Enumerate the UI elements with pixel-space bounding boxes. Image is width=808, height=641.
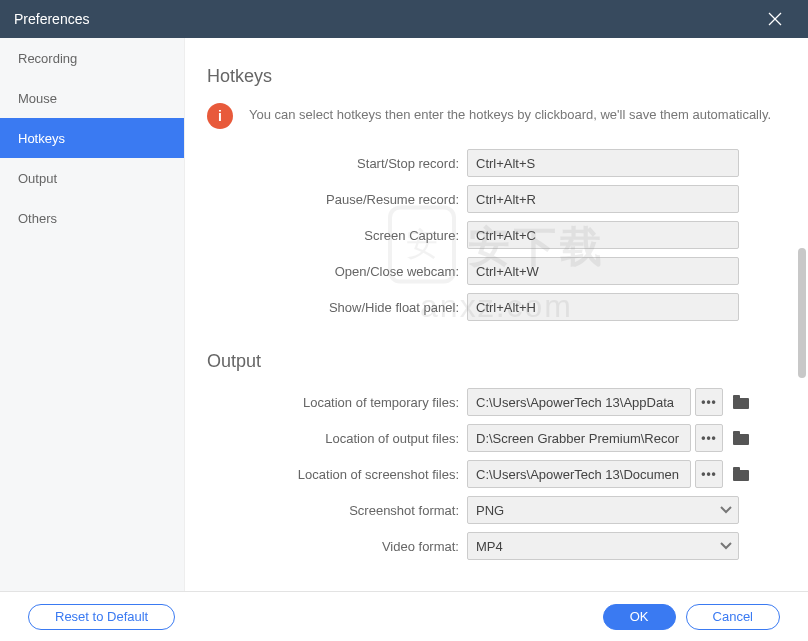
output-label: Video format: <box>207 539 467 554</box>
output-label: Location of output files: <box>207 431 467 446</box>
close-icon <box>767 11 783 27</box>
reset-to-default-button[interactable]: Reset to Default <box>28 604 175 630</box>
ok-button[interactable]: OK <box>603 604 676 630</box>
hotkey-input-webcam[interactable] <box>467 257 739 285</box>
hotkey-label: Open/Close webcam: <box>207 264 467 279</box>
folder-icon <box>733 467 749 481</box>
hotkey-input-float-panel[interactable] <box>467 293 739 321</box>
close-button[interactable] <box>756 0 794 38</box>
svg-rect-6 <box>733 470 749 481</box>
output-row-screenshot-files: Location of screenshot files: ••• <box>207 460 796 488</box>
sidebar-item-hotkeys[interactable]: Hotkeys <box>0 118 184 158</box>
sidebar-item-recording[interactable]: Recording <box>0 38 184 78</box>
output-row-temp-files: Location of temporary files: ••• <box>207 388 796 416</box>
open-folder-button-screenshot[interactable] <box>727 460 755 488</box>
svg-rect-2 <box>733 398 749 409</box>
sidebar-item-mouse[interactable]: Mouse <box>0 78 184 118</box>
svg-rect-5 <box>733 431 740 435</box>
browse-button-screenshot[interactable]: ••• <box>695 460 723 488</box>
hotkey-row-pause-resume: Pause/Resume record: <box>207 185 796 213</box>
info-row: i You can select hotkeys then enter the … <box>207 103 796 129</box>
window-title: Preferences <box>14 11 756 27</box>
select-display <box>467 496 739 524</box>
hotkey-label: Pause/Resume record: <box>207 192 467 207</box>
svg-rect-3 <box>733 395 740 399</box>
open-folder-button-temp[interactable] <box>727 388 755 416</box>
hotkeys-section-title: Hotkeys <box>207 66 796 87</box>
sidebar-item-output[interactable]: Output <box>0 158 184 198</box>
hotkey-row-float-panel: Show/Hide float panel: <box>207 293 796 321</box>
info-icon: i <box>207 103 233 129</box>
hotkey-input-start-stop[interactable] <box>467 149 739 177</box>
sidebar-item-others[interactable]: Others <box>0 198 184 238</box>
output-row-screenshot-format: Screenshot format: <box>207 496 796 524</box>
hotkey-label: Screen Capture: <box>207 228 467 243</box>
ellipsis-icon: ••• <box>701 472 717 476</box>
output-row-output-files: Location of output files: ••• <box>207 424 796 452</box>
path-input-screenshot[interactable] <box>467 460 691 488</box>
video-format-select[interactable] <box>467 532 739 560</box>
hotkey-row-webcam: Open/Close webcam: <box>207 257 796 285</box>
footer: Reset to Default OK Cancel <box>0 591 808 641</box>
ellipsis-icon: ••• <box>701 400 717 404</box>
hotkey-input-screen-capture[interactable] <box>467 221 739 249</box>
output-section-title: Output <box>207 351 796 372</box>
hotkey-row-start-stop: Start/Stop record: <box>207 149 796 177</box>
svg-rect-4 <box>733 434 749 445</box>
folder-icon <box>733 395 749 409</box>
cancel-button[interactable]: Cancel <box>686 604 780 630</box>
sidebar: Recording Mouse Hotkeys Output Others <box>0 38 185 591</box>
sidebar-item-label: Output <box>18 171 57 186</box>
select-display <box>467 532 739 560</box>
sidebar-item-label: Mouse <box>18 91 57 106</box>
screenshot-format-select[interactable] <box>467 496 739 524</box>
output-label: Location of temporary files: <box>207 395 467 410</box>
scrollbar-thumb[interactable] <box>798 248 806 378</box>
sidebar-item-label: Hotkeys <box>18 131 65 146</box>
hotkey-row-screen-capture: Screen Capture: <box>207 221 796 249</box>
hotkey-label: Start/Stop record: <box>207 156 467 171</box>
sidebar-item-label: Recording <box>18 51 77 66</box>
sidebar-item-label: Others <box>18 211 57 226</box>
path-input-output[interactable] <box>467 424 691 452</box>
content-area: 安 安下载 anxz.com Hotkeys i You can select … <box>185 38 808 591</box>
hotkey-label: Show/Hide float panel: <box>207 300 467 315</box>
output-label: Location of screenshot files: <box>207 467 467 482</box>
svg-rect-7 <box>733 467 740 471</box>
title-bar: Preferences <box>0 0 808 38</box>
hotkey-input-pause-resume[interactable] <box>467 185 739 213</box>
ellipsis-icon: ••• <box>701 436 717 440</box>
browse-button-temp[interactable]: ••• <box>695 388 723 416</box>
output-row-video-format: Video format: <box>207 532 796 560</box>
folder-icon <box>733 431 749 445</box>
output-label: Screenshot format: <box>207 503 467 518</box>
path-input-temp[interactable] <box>467 388 691 416</box>
info-text: You can select hotkeys then enter the ho… <box>249 103 771 125</box>
open-folder-button-output[interactable] <box>727 424 755 452</box>
browse-button-output[interactable]: ••• <box>695 424 723 452</box>
